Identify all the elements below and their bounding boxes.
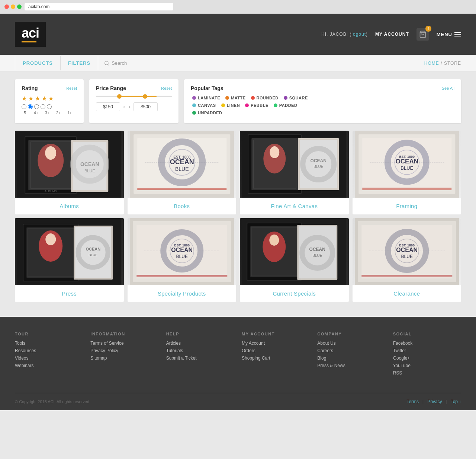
product-card-albums[interactable]: ALBUMS OCEAN BLUE Albums	[15, 131, 124, 214]
browser-dots	[4, 4, 22, 9]
svg-text:OCEAN: OCEAN	[396, 247, 418, 253]
product-image-canvas: OCEAN BLUE	[240, 131, 349, 198]
footer-link-submit-ticket[interactable]: Submit a Ticket	[166, 356, 234, 361]
rating-reset[interactable]: Reset	[66, 86, 77, 90]
site-header: aci HI, JACOB! (logout) MY ACCOUNT 1 MEN…	[0, 14, 476, 55]
maximize-dot[interactable]	[17, 4, 22, 9]
footer-link-shopping-cart[interactable]: Shopping Cart	[242, 356, 310, 361]
tag-pebble[interactable]: PEBBLE	[244, 102, 270, 108]
price-thumb-max[interactable]	[143, 94, 147, 99]
svg-text:BLUE: BLUE	[89, 253, 97, 257]
product-card-framing[interactable]: EST. 1800 OCEAN BLUE Framing	[353, 131, 461, 214]
footer-col-help: HELP Articles Tutorials Submit a Ticket	[166, 332, 234, 378]
footer-link-resources[interactable]: Resources	[15, 348, 83, 353]
rating-radio-5[interactable]	[22, 104, 26, 109]
price-slider-track	[96, 96, 172, 97]
cart-button[interactable]: 1	[416, 28, 429, 41]
tag-unpadded[interactable]: UNPADDED	[191, 110, 224, 116]
price-min-input[interactable]	[96, 102, 120, 111]
footer-link-videos[interactable]: Videos	[15, 356, 83, 361]
svg-text:OCEAN: OCEAN	[311, 158, 327, 163]
nav-search[interactable]: Search	[98, 60, 133, 66]
nav-filters[interactable]: FILTERS	[61, 56, 98, 70]
product-card-clearance[interactable]: EST. 1800 OCEAN BLUE Clearance	[353, 218, 461, 302]
footer-link-careers[interactable]: Careers	[317, 348, 385, 353]
product-card-specialty[interactable]: EST. 1800 OCEAN BLUE Specialty Products	[128, 218, 237, 302]
menu-button[interactable]: MENU	[437, 32, 461, 37]
price-inputs: ⟷	[96, 102, 172, 111]
footer-link-rss[interactable]: RSS	[393, 370, 461, 376]
close-dot[interactable]	[4, 4, 9, 9]
price-max-input[interactable]	[134, 102, 158, 111]
footer-link-sitemap[interactable]: Sitemap	[90, 356, 158, 361]
tags-see-all[interactable]: See All	[442, 86, 454, 90]
copyright-text: © Copyright 2015 ACI. All rights reserve…	[15, 399, 90, 404]
footer-link-tools[interactable]: Tools	[15, 341, 83, 346]
logout-link[interactable]: logout	[351, 32, 366, 37]
footer-link-youtube[interactable]: YouTube	[393, 363, 461, 368]
tag-padded[interactable]: PADDED	[272, 102, 299, 108]
footer-link-twitter[interactable]: Twitter	[393, 348, 461, 353]
tag-square[interactable]: SQUARE	[282, 95, 309, 101]
product-label-albums: Albums	[15, 198, 124, 214]
footer-bottom-links: Terms | Privacy | Top ↑	[406, 399, 461, 404]
product-card-specials[interactable]: OCEAN BLUE Current Specials	[240, 218, 349, 302]
price-reset[interactable]: Reset	[161, 86, 172, 90]
svg-rect-95	[361, 275, 452, 277]
header-right: HI, JACOB! (logout) MY ACCOUNT 1 MENU	[321, 28, 461, 41]
footer-col-information: INFORMATION Terms of Service Privacy Pol…	[90, 332, 158, 378]
footer-link-google-plus[interactable]: Google+	[393, 356, 461, 361]
search-icon	[104, 61, 109, 66]
svg-text:OCEAN: OCEAN	[171, 247, 193, 253]
tag-linen[interactable]: LINEN	[220, 102, 242, 108]
breadcrumb-home[interactable]: HOME	[424, 61, 439, 66]
price-arrow-icon: ⟷	[123, 104, 131, 110]
greeting: HI, JACOB! (logout)	[321, 32, 368, 37]
svg-point-1	[105, 61, 108, 64]
footer-link-webinars[interactable]: Webinars	[15, 363, 83, 368]
product-label-books: Books	[128, 198, 237, 214]
product-card-books[interactable]: EST. 1800 OCEAN BLUE Books	[128, 131, 237, 214]
tag-canvas[interactable]: CANVAS	[191, 102, 218, 108]
footer-link-privacy-policy[interactable]: Privacy Policy	[90, 348, 158, 353]
footer-link-my-account[interactable]: My Account	[242, 341, 310, 346]
price-thumb-min[interactable]	[117, 94, 122, 99]
product-card-press[interactable]: OCEAN BLUE Press	[15, 218, 124, 302]
top-link[interactable]: Top ↑	[451, 399, 461, 404]
rating-filter: Rating Reset ★ ★ ★ ★ ★ 5 4+ 3+ 2+	[15, 79, 84, 123]
filters-row: Rating Reset ★ ★ ★ ★ ★ 5 4+ 3+ 2+	[15, 79, 461, 123]
svg-text:OCEAN: OCEAN	[309, 247, 325, 252]
footer-link-blog[interactable]: Blog	[317, 356, 385, 361]
terms-link[interactable]: Terms	[406, 399, 419, 404]
tag-matte[interactable]: MATTE	[224, 95, 247, 101]
footer-link-tutorials[interactable]: Tutorials	[166, 348, 234, 353]
logo[interactable]: aci	[15, 22, 46, 47]
product-card-canvas[interactable]: OCEAN BLUE Fine Art & Canvas	[240, 131, 349, 214]
tag-laminate[interactable]: LAMINATE	[191, 95, 222, 101]
search-label: Search	[112, 60, 127, 66]
footer-bottom: © Copyright 2015 ACI. All rights reserve…	[15, 393, 461, 410]
privacy-link[interactable]: Privacy	[427, 399, 442, 404]
footer-link-facebook[interactable]: Facebook	[393, 341, 461, 346]
minimize-dot[interactable]	[11, 4, 15, 9]
url-bar[interactable]: acilab.com	[25, 3, 173, 10]
svg-line-2	[108, 64, 109, 65]
rating-radio-3[interactable]	[34, 104, 39, 109]
nav-links: PRODUCTS FILTERS	[15, 56, 98, 70]
nav-products[interactable]: PRODUCTS	[15, 56, 61, 70]
product-grid: ALBUMS OCEAN BLUE Albums	[15, 131, 461, 302]
footer-link-articles[interactable]: Articles	[166, 341, 234, 346]
tags-filter-title: Popular Tags See All	[191, 85, 454, 91]
footer-social-title: SOCIAL	[393, 332, 461, 336]
footer-link-press-news[interactable]: Press & News	[317, 363, 385, 368]
footer-link-terms-of-service[interactable]: Terms of Service	[90, 341, 158, 346]
svg-text:BLUE: BLUE	[175, 166, 189, 172]
my-account-link[interactable]: MY ACCOUNT	[375, 32, 409, 37]
svg-point-78	[269, 235, 279, 246]
rating-radio-2[interactable]	[41, 104, 45, 109]
footer-link-about-us[interactable]: About Us	[317, 341, 385, 346]
tag-rounded[interactable]: ROUNDED	[250, 95, 280, 101]
rating-radio-1[interactable]	[47, 104, 52, 109]
rating-radio-4[interactable]	[28, 104, 33, 109]
footer-link-orders[interactable]: Orders	[242, 348, 310, 353]
